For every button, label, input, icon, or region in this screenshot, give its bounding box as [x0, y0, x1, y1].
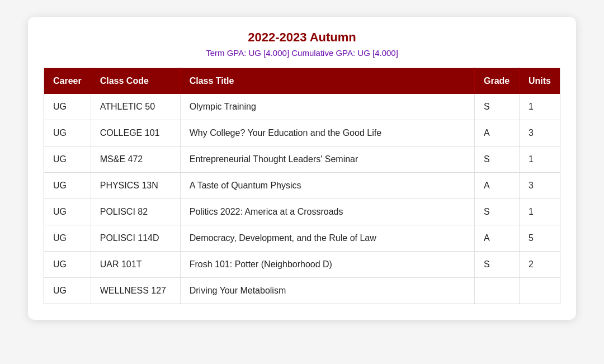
cell-classtitle: Olympic Training	[180, 94, 474, 120]
cell-classcode: UAR 101T	[91, 252, 180, 278]
col-header-classcode: Class Code	[91, 68, 180, 94]
cell-career: UG	[44, 120, 91, 146]
cell-career: UG	[44, 252, 91, 278]
cell-grade: A	[475, 120, 520, 146]
table-row: UGPHYSICS 13NA Taste of Quantum PhysicsA…	[44, 173, 560, 199]
cell-classtitle: Entrepreneurial Thought Leaders' Seminar	[180, 146, 474, 173]
cell-grade: S	[475, 94, 520, 120]
cell-career: UG	[44, 199, 91, 225]
table-row: UGUAR 101TFrosh 101: Potter (Neighborhoo…	[44, 252, 560, 278]
cell-classcode: WELLNESS 127	[91, 278, 180, 304]
cell-classtitle: Why College? Your Education and the Good…	[180, 120, 474, 146]
table-header: Career Class Code Class Title Grade Unit…	[44, 68, 560, 94]
grade-table: Career Class Code Class Title Grade Unit…	[44, 68, 560, 304]
cell-grade: A	[475, 225, 520, 252]
cell-career: UG	[44, 225, 91, 252]
col-header-units: Units	[520, 68, 560, 94]
cell-classtitle: Democracy, Development, and the Rule of …	[180, 225, 474, 252]
table-row: UGPOLISCI 82Politics 2022: America at a …	[44, 199, 560, 225]
cell-classtitle: Frosh 101: Potter (Neighborhood D)	[180, 252, 474, 278]
header-row: Career Class Code Class Title Grade Unit…	[44, 68, 560, 94]
page-title: 2022-2023 Autumn	[44, 30, 560, 45]
cell-classtitle: Driving Your Metabolism	[180, 278, 474, 304]
main-card: 2022-2023 Autumn Term GPA: UG [4.000] Cu…	[28, 17, 576, 320]
table-row: UGCOLLEGE 101Why College? Your Education…	[44, 120, 560, 146]
col-header-career: Career	[44, 68, 91, 94]
cell-classcode: POLISCI 82	[91, 199, 180, 225]
cell-grade: S	[475, 252, 520, 278]
cell-classcode: PHYSICS 13N	[91, 173, 180, 199]
cell-units: 1	[520, 94, 560, 120]
cell-units: 3	[520, 173, 560, 199]
cell-career: UG	[44, 146, 91, 173]
cell-grade: S	[475, 146, 520, 173]
table-row: UGATHLETIC 50Olympic TrainingS1	[44, 94, 560, 120]
cell-units	[520, 278, 560, 304]
cell-classtitle: Politics 2022: America at a Crossroads	[180, 199, 474, 225]
cell-units: 1	[520, 146, 560, 173]
cell-units: 2	[520, 252, 560, 278]
cell-classcode: COLLEGE 101	[91, 120, 180, 146]
cell-career: UG	[44, 94, 91, 120]
cell-units: 5	[520, 225, 560, 252]
cell-units: 1	[520, 199, 560, 225]
cell-classtitle: A Taste of Quantum Physics	[180, 173, 474, 199]
col-header-grade: Grade	[475, 68, 520, 94]
table-row: UGPOLISCI 114DDemocracy, Development, an…	[44, 225, 560, 252]
gpa-info: Term GPA: UG [4.000] Cumulative GPA: UG …	[44, 48, 560, 58]
table-row: UGMS&E 472Entrepreneurial Thought Leader…	[44, 146, 560, 173]
cell-classcode: ATHLETIC 50	[91, 94, 180, 120]
cell-career: UG	[44, 278, 91, 304]
cell-classcode: MS&E 472	[91, 146, 180, 173]
cell-grade: S	[475, 199, 520, 225]
cell-grade	[475, 278, 520, 304]
cell-classcode: POLISCI 114D	[91, 225, 180, 252]
cell-grade: A	[475, 173, 520, 199]
table-row: UGWELLNESS 127Driving Your Metabolism	[44, 278, 560, 304]
cell-units: 3	[520, 120, 560, 146]
cell-career: UG	[44, 173, 91, 199]
table-body: UGATHLETIC 50Olympic TrainingS1UGCOLLEGE…	[44, 94, 560, 304]
page-header: 2022-2023 Autumn Term GPA: UG [4.000] Cu…	[44, 30, 560, 58]
col-header-classtitle: Class Title	[180, 68, 474, 94]
